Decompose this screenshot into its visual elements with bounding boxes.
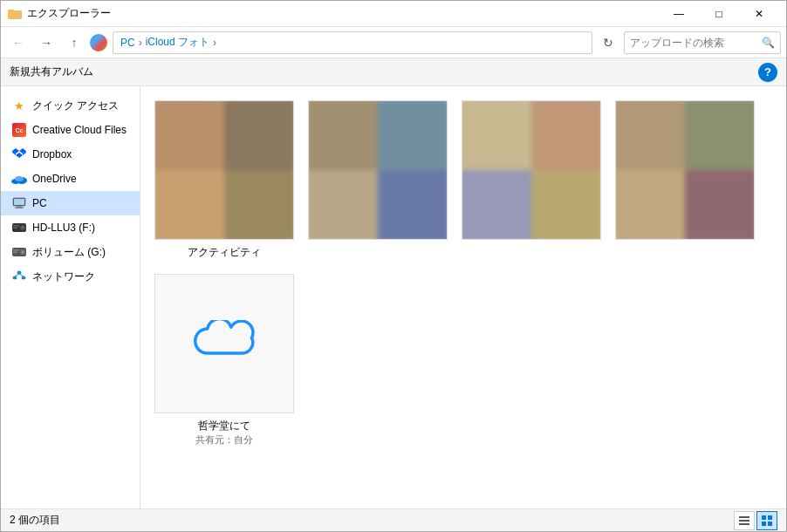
toolbar: ← → ↑ PC › iCloud フォト › ↻ 🔍: [1, 27, 786, 58]
svg-rect-25: [22, 276, 25, 279]
svg-rect-11: [17, 206, 22, 208]
sidebar-item-volume[interactable]: ボリューム (G:): [1, 240, 140, 264]
help-button[interactable]: ?: [758, 63, 777, 82]
title-bar: エクスプローラー — □ ✕: [1, 1, 786, 27]
sidebar: ★ クイック アクセス Cc Creative Cloud Files: [1, 86, 140, 508]
file-name-activity: アクティビティ: [188, 245, 261, 260]
sidebar-item-pc[interactable]: PC: [1, 191, 140, 215]
svg-rect-21: [13, 249, 19, 251]
sidebar-label-network: ネットワーク: [32, 269, 95, 284]
sidebar-item-quick-access[interactable]: ★ クイック アクセス: [1, 93, 140, 118]
svg-point-20: [22, 251, 24, 253]
view-controls: [734, 511, 777, 530]
file-item-album2[interactable]: [308, 100, 448, 260]
sidebar-label-hd: HD-LLU3 (F:): [32, 222, 95, 234]
refresh-button[interactable]: ↻: [596, 31, 620, 55]
minimize-button[interactable]: —: [659, 1, 699, 27]
action-label: 新規共有アルバム: [10, 65, 93, 79]
svg-rect-1: [8, 10, 14, 12]
file-name-philosophy: 哲学堂にて: [198, 419, 250, 433]
svg-rect-10: [14, 199, 24, 205]
svg-marker-3: [16, 153, 23, 158]
file-item-album4[interactable]: [615, 100, 755, 260]
sidebar-item-onedrive[interactable]: OneDrive: [1, 167, 140, 191]
volume-icon: [11, 244, 27, 260]
breadcrumb-pc[interactable]: PC: [120, 37, 135, 49]
svg-rect-17: [13, 228, 17, 229]
location-icon: [90, 34, 107, 51]
sidebar-label-onedrive: OneDrive: [32, 173, 77, 185]
file-thumb-activity: [154, 100, 294, 240]
sidebar-label-cc: Creative Cloud Files: [32, 124, 127, 136]
sidebar-label-dropbox: Dropbox: [32, 148, 72, 160]
sidebar-item-hd[interactable]: HD-LLU3 (F:): [1, 215, 140, 240]
svg-point-15: [22, 227, 24, 228]
svg-rect-31: [762, 515, 766, 520]
pc-icon: [11, 195, 27, 211]
up-button[interactable]: ↑: [62, 31, 86, 55]
svg-line-26: [15, 274, 19, 276]
file-item-activity[interactable]: アクティビティ: [154, 100, 294, 260]
file-item-philosophy[interactable]: 哲学堂にて 共有元：自分: [154, 274, 294, 447]
back-button[interactable]: ←: [6, 31, 31, 55]
sidebar-item-creative-cloud[interactable]: Cc Creative Cloud Files: [1, 118, 140, 142]
svg-line-27: [19, 274, 24, 276]
status-count: 2 個の項目: [10, 513, 734, 528]
file-thumb-philosophy: [154, 274, 294, 413]
window-icon: [8, 7, 22, 21]
breadcrumb-bar[interactable]: PC › iCloud フォト ›: [113, 31, 592, 54]
file-subname-philosophy: 共有元：自分: [195, 433, 253, 447]
explorer-window: エクスプローラー — □ ✕ ← → ↑ PC › iCloud フォト › ↻…: [0, 0, 787, 532]
file-grid: アクティビティ: [140, 86, 786, 508]
breadcrumb-icloud[interactable]: iCloud フォト: [146, 35, 209, 50]
svg-rect-22: [13, 252, 17, 254]
svg-rect-29: [739, 520, 749, 522]
maximize-button[interactable]: □: [699, 1, 739, 27]
forward-button[interactable]: →: [34, 31, 58, 55]
svg-point-8: [15, 176, 24, 181]
file-thumb-album3: [462, 100, 601, 240]
cc-icon: Cc: [11, 122, 27, 138]
svg-rect-23: [17, 271, 21, 274]
dropbox-icon: [11, 147, 27, 162]
file-thumb-album2: [308, 100, 448, 240]
cloud-svg: [194, 320, 255, 368]
sidebar-label-volume: ボリューム (G:): [32, 245, 106, 260]
window-controls: — □ ✕: [659, 1, 779, 27]
action-bar: 新規共有アルバム ?: [1, 58, 786, 86]
svg-rect-24: [13, 276, 17, 279]
network-icon: [11, 269, 27, 284]
file-thumb-album4: [615, 100, 755, 240]
sidebar-item-dropbox[interactable]: Dropbox: [1, 142, 140, 167]
svg-rect-33: [762, 522, 766, 526]
close-button[interactable]: ✕: [739, 1, 779, 27]
search-icon: 🔍: [762, 37, 775, 49]
svg-rect-34: [768, 522, 772, 526]
sidebar-label-quick-access: クイック アクセス: [32, 99, 119, 113]
grid-view-button[interactable]: [756, 511, 777, 530]
status-bar: 2 個の項目: [1, 508, 786, 531]
sidebar-label-pc: PC: [32, 197, 47, 209]
search-bar: 🔍: [624, 31, 781, 54]
svg-rect-16: [13, 225, 19, 227]
hd-icon: [11, 220, 27, 235]
star-icon: ★: [11, 98, 27, 113]
list-view-button[interactable]: [734, 511, 755, 530]
svg-rect-12: [15, 208, 24, 209]
file-item-album3[interactable]: [462, 100, 601, 260]
svg-rect-32: [768, 515, 772, 520]
svg-rect-30: [739, 523, 749, 525]
window-title: エクスプローラー: [27, 6, 659, 21]
onedrive-icon: [11, 171, 27, 187]
main-content: ★ クイック アクセス Cc Creative Cloud Files: [1, 86, 786, 508]
search-input[interactable]: [630, 37, 762, 49]
svg-rect-28: [739, 516, 749, 518]
sidebar-item-network[interactable]: ネットワーク: [1, 264, 140, 289]
